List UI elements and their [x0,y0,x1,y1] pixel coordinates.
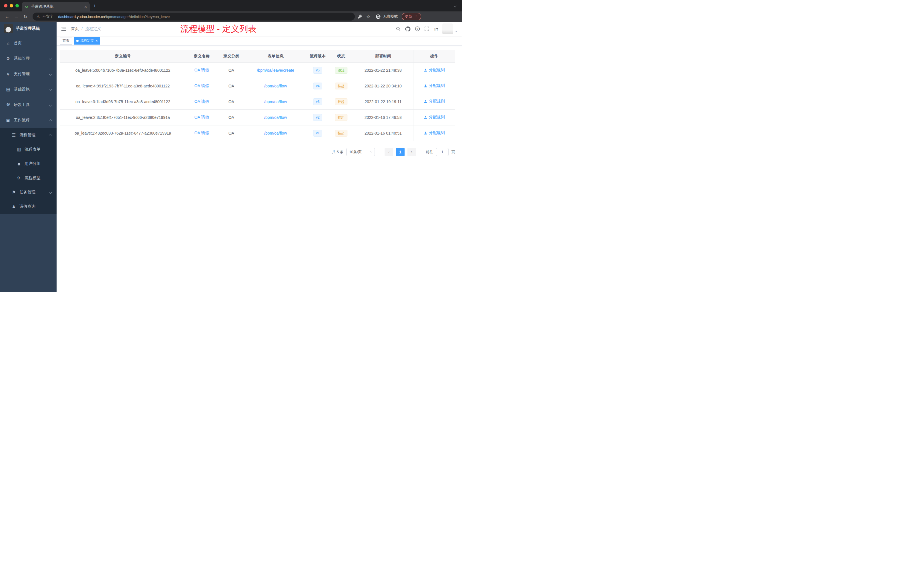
sidebar-logo: 芋道管理系统 [0,22,56,35]
sidebar-item-1[interactable]: ⌂首页 [0,35,56,51]
back-button[interactable]: ← [3,13,11,20]
prev-page-button[interactable]: ‹ [384,148,393,156]
sidebar-item-3[interactable]: ¥支付管理 [0,66,56,82]
github-icon[interactable] [405,26,411,32]
page-size-select[interactable]: 10条/页 [346,148,375,156]
search-icon[interactable] [396,26,401,31]
hamburger-icon[interactable] [61,26,66,31]
tab-close-icon[interactable]: × [84,4,87,9]
definition-name-link[interactable]: OA 请假 [194,130,209,135]
assign-rule-link[interactable]: 分配规则 [424,83,445,88]
address-bar[interactable]: ⚠ 不安全 dashboard.yudao.iocoder.cn/bpm/man… [33,13,355,21]
assign-rule-link[interactable]: 分配规则 [424,99,445,104]
status-badge: 挂起 [335,82,347,89]
assign-rule-link[interactable]: 分配规则 [424,115,445,120]
table-header-row: 定义编号 定义名称 定义分类 表单信息 流程版本 状态 部署时间 操作 [60,50,455,62]
cell-actions: 分配规则 [413,94,455,109]
breadcrumb-home[interactable]: 首页 [71,26,79,31]
sidebar-item-5[interactable]: ⚒研发工具 [0,97,56,112]
sidebar-item-12[interactable]: ♟请假查询 [0,200,56,214]
person-icon [424,100,427,104]
assign-rule-link[interactable]: 分配规则 [424,68,445,73]
form-link[interactable]: /bpm/oa/leave/create [257,68,294,73]
browser-tab[interactable]: 芋道管理系统 × [22,2,90,12]
cell-category: OA [218,78,245,94]
cell-version: v2 [306,109,329,125]
yen-icon: ¥ [6,72,11,77]
cell-definition-id: oa_leave:1:482ec033-762a-11ec-8477-a2380… [60,125,186,141]
cell-deploy-time: 2022-01-22 21:48:38 [353,62,413,78]
definition-name-link[interactable]: OA 请假 [194,115,209,119]
fullscreen-icon[interactable] [424,26,429,31]
sidebar-item-label: 基础设施 [14,87,30,92]
sidebar-item-7[interactable]: ☰流程管理 [0,128,56,142]
bookmark-star-icon[interactable]: ☆ [365,14,371,20]
close-window-button[interactable] [4,4,7,7]
new-tab-button[interactable]: + [90,3,100,12]
minimize-window-button[interactable] [10,4,13,7]
page-1-button[interactable]: 1 [396,148,404,156]
version-badge: v2 [313,114,323,121]
chrome-update-button[interactable]: 更新 ⋮ [402,13,421,20]
definition-name-link[interactable]: OA 请假 [194,68,209,72]
next-page-button[interactable]: › [408,148,416,156]
url-text: dashboard.yudao.iocoder.cn/bpm/manager/d… [58,15,170,19]
sidebar-item-11[interactable]: ⚑任务管理 [0,185,56,200]
sidebar-item-10[interactable]: ✈流程模型 [0,171,56,185]
assign-rule-link[interactable]: 分配规则 [424,130,445,135]
maximize-window-button[interactable] [15,4,19,7]
definition-table-body: oa_leave:5:004b710b-7b8a-11ec-8ef0-acde4… [60,62,455,141]
tag-close-icon[interactable]: × [96,39,98,43]
page-size-value: 10条/页 [349,149,362,155]
cell-form-info: /bpm/oa/leave/create [245,62,306,78]
definition-name-link[interactable]: OA 请假 [194,83,209,88]
col-actions: 操作 [413,50,455,62]
help-icon[interactable]: ? [415,26,420,31]
cell-actions: 分配规则 [413,125,455,141]
breadcrumb-separator: / [81,26,82,31]
avatar[interactable] [442,23,453,34]
goto-label: 前往 [426,149,433,155]
font-size-icon[interactable]: TT [434,26,438,31]
chevron-down-icon [49,73,52,76]
sidebar-item-label: 流程表单 [25,147,41,152]
definition-name-link[interactable]: OA 请假 [194,99,209,104]
sidebar-item-9[interactable]: ☻用户分组 [0,157,56,171]
cell-definition-name: OA 请假 [186,62,218,78]
version-badge: v3 [313,98,323,105]
tag-home-label: 首页 [63,38,69,43]
col-definition-id: 定义编号 [60,50,186,62]
cell-deploy-time: 2022-01-22 20:34:10 [353,78,413,94]
sidebar-item-label: 用户分组 [25,161,41,166]
sidebar-item-6[interactable]: ▣工作流程 [0,112,56,128]
cell-version: v5 [306,62,329,78]
sidebar-item-4[interactable]: ▤基础设施 [0,82,56,97]
cell-version: v1 [306,125,329,141]
divider [56,15,56,18]
menu-dots-icon: ⋮ [414,14,418,19]
tag-home[interactable]: 首页 [60,37,72,45]
form-link[interactable]: /bpm/oa/flow [264,99,287,104]
tag-current[interactable]: 流程定义 × [74,37,100,45]
gear-icon: ⚙ [6,56,11,61]
avatar-caret-icon[interactable] [455,31,457,32]
password-key-icon[interactable] [356,14,363,19]
form-link[interactable]: /bpm/oa/flow [264,115,287,120]
goto-page-input[interactable] [436,148,449,156]
url-path: /bpm/manager/definition?key=oa_leave [105,15,170,19]
person-icon [424,131,427,135]
sidebar-item-2[interactable]: ⚙系统管理 [0,51,56,66]
cell-category: OA [218,94,245,109]
tag-current-label: 流程定义 [80,38,94,43]
form-link[interactable]: /bpm/oa/flow [264,131,287,135]
tab-search-chevron-icon[interactable] [454,5,457,7]
sidebar-item-8[interactable]: ▥流程表单 [0,142,56,157]
cell-form-info: /bpm/oa/flow [245,78,306,94]
cell-definition-name: OA 请假 [186,94,218,109]
forward-button[interactable]: → [13,13,20,20]
reload-button[interactable]: ↻ [22,13,29,20]
breadcrumb: 首页 / 流程定义 [71,26,101,31]
form-link[interactable]: /bpm/oa/flow [264,84,287,88]
logo-title: 芋道管理系统 [16,26,40,31]
cell-category: OA [218,109,245,125]
